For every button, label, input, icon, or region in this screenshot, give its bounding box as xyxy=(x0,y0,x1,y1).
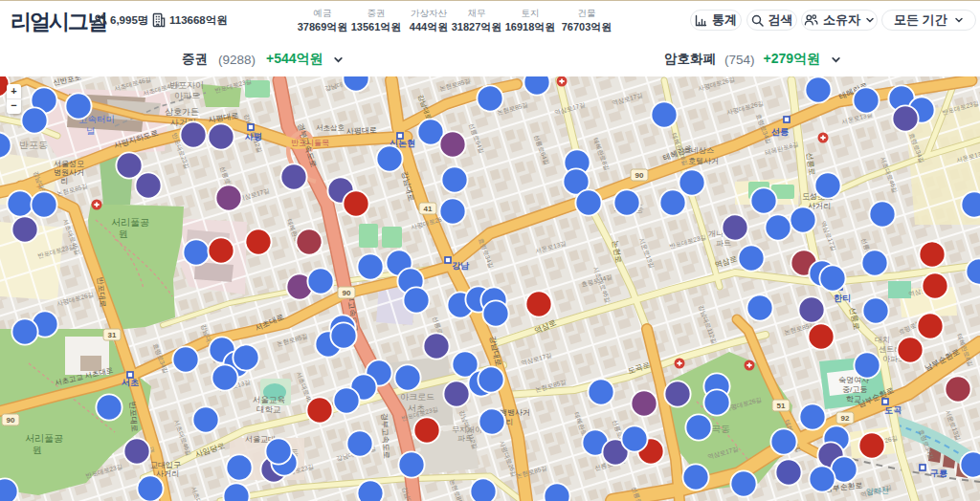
svg-text:중/고등: 중/고등 xyxy=(842,385,867,394)
svg-text:리: 리 xyxy=(60,177,68,185)
svg-text:대치: 대치 xyxy=(875,336,890,344)
svg-text:파트: 파트 xyxy=(457,434,473,443)
svg-text:90: 90 xyxy=(343,289,351,297)
svg-text:원: 원 xyxy=(119,229,128,239)
svg-text:41: 41 xyxy=(424,205,433,213)
svg-text:반포자이: 반포자이 xyxy=(169,80,204,90)
svg-text:널: 널 xyxy=(86,125,96,136)
svg-text:파트: 파트 xyxy=(716,239,731,248)
svg-text:호텔사거: 호텔사거 xyxy=(688,157,719,165)
svg-text:90: 90 xyxy=(635,171,644,180)
svg-text:서초: 서초 xyxy=(408,403,425,413)
svg-text:서초삼호: 서초삼호 xyxy=(316,123,345,132)
svg-text:아크로드: 아크로드 xyxy=(400,392,434,402)
svg-text:원: 원 xyxy=(33,445,42,455)
svg-text:서초: 서초 xyxy=(121,378,139,387)
svg-text:리: 리 xyxy=(505,418,513,426)
svg-text:92: 92 xyxy=(841,414,850,423)
svg-text:구룡: 구룡 xyxy=(930,468,947,478)
svg-text:서리풀공: 서리풀공 xyxy=(25,433,63,444)
svg-text:사평대로: 사평대로 xyxy=(346,125,377,136)
svg-text:반포동: 반포동 xyxy=(19,140,48,150)
svg-text:31: 31 xyxy=(108,331,117,339)
svg-text:서리풀공: 서리풀공 xyxy=(111,217,149,228)
svg-text:병원사거: 병원사거 xyxy=(54,168,84,177)
svg-text:사거리: 사거리 xyxy=(156,469,179,478)
svg-text:도곡: 도곡 xyxy=(884,405,902,415)
svg-text:양재천: 양재천 xyxy=(866,486,890,496)
svg-text:삼호가든: 삼호가든 xyxy=(165,107,199,117)
svg-text:51: 51 xyxy=(777,402,786,410)
svg-text:서울성모: 서울성모 xyxy=(54,160,84,168)
svg-text:한티: 한티 xyxy=(834,294,851,303)
svg-text:강남: 강남 xyxy=(452,261,470,271)
svg-text:선릉: 선릉 xyxy=(771,127,789,137)
svg-text:르네상스: 르네상스 xyxy=(683,146,714,155)
svg-text:반포니들목: 반포니들목 xyxy=(291,139,329,147)
svg-text:무지개아: 무지개아 xyxy=(452,425,483,434)
svg-text:90: 90 xyxy=(7,416,15,425)
svg-text:교대입구: 교대입구 xyxy=(150,461,181,469)
svg-text:아파트: 아파트 xyxy=(174,91,200,100)
svg-text:사평: 사평 xyxy=(244,132,262,142)
svg-text:대학교: 대학교 xyxy=(256,404,281,414)
svg-text:서울교육: 서울교육 xyxy=(253,395,285,404)
svg-text:학교: 학교 xyxy=(846,395,861,403)
